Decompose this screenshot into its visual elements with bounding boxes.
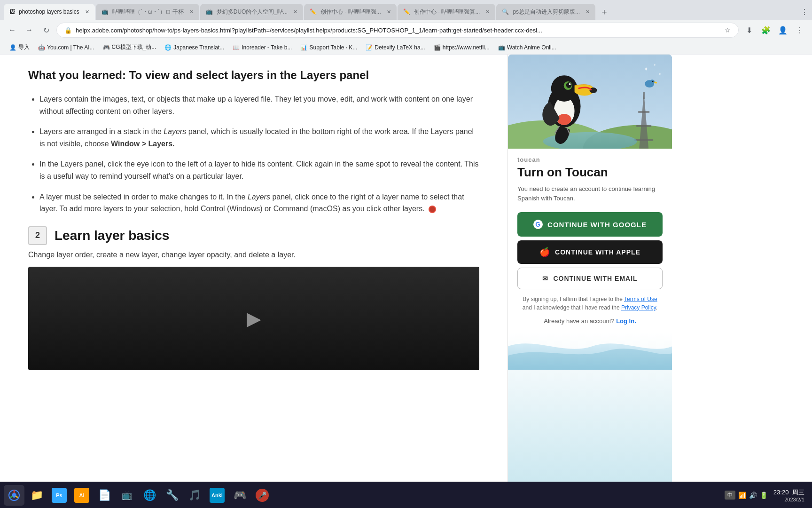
svg-text:✦: ✦ bbox=[658, 71, 662, 77]
bullet-3-text: In the Layers panel, click the eye icon … bbox=[39, 160, 478, 180]
battery-icon[interactable]: 🔋 bbox=[760, 492, 768, 499]
bookmark-inoreader[interactable]: 📖 Inoreader - Take b... bbox=[229, 43, 296, 52]
bookmark-cgmodel[interactable]: 🎮 CG模型下载_动... bbox=[99, 42, 160, 52]
tab-close-btn[interactable]: ✕ bbox=[85, 9, 89, 15]
taskbar-chrome-icon[interactable] bbox=[4, 485, 24, 506]
input-method-icon[interactable]: 中 bbox=[725, 491, 735, 500]
taskbar-net-icon[interactable]: 🌐 bbox=[139, 485, 160, 506]
toucan-footer-wave bbox=[508, 332, 672, 482]
bullet-1: Layers contain the images, text, or obje… bbox=[39, 93, 479, 117]
menu-icon[interactable]: ⋮ bbox=[793, 24, 806, 37]
tab-ps[interactable]: 🔍 ps总是自动进入剪切蒙版... ✕ bbox=[496, 4, 595, 20]
acknowledge-text: and I acknowledge that I have read the bbox=[523, 304, 620, 311]
profile-icon[interactable]: 👤 bbox=[776, 24, 789, 37]
svg-text:✦: ✦ bbox=[653, 63, 656, 67]
tab-bilibili2[interactable]: 📺 梦幻多DUO的个人空间_哔... ✕ bbox=[200, 4, 303, 20]
toucan-login-text: Already have an account? Log In. bbox=[517, 318, 663, 325]
taskbar: 📁 Ps Ai 📄 📺 🌐 🔧 🎵 Anki 🎮 🎤 中 📶 🔊 🔋 23:20… bbox=[0, 482, 812, 508]
tab-creator1[interactable]: ✏️ 创作中心 - 哔哩哔哩强... ✕ bbox=[304, 4, 397, 20]
taskbar-untitled-icon[interactable]: 📄 bbox=[94, 485, 115, 506]
continue-with-google-button[interactable]: G CONTINUE WITH GOOGLE bbox=[517, 212, 663, 237]
bookmark-detexify[interactable]: 📝 Detexify LaTeX ha... bbox=[362, 43, 429, 52]
btn-google-label: CONTINUE WITH GOOGLE bbox=[547, 221, 647, 229]
tab-favicon: 📺 bbox=[206, 8, 213, 15]
learn-number: 2 bbox=[28, 226, 47, 245]
toucan-title: Turn on Toucan bbox=[517, 165, 663, 180]
learn-section: 2 Learn layer basics Change layer order,… bbox=[28, 226, 479, 370]
tab-label: 梦幻多DUO的个人空间_哔... bbox=[217, 8, 288, 16]
bookmark-label: Japanese Translat... bbox=[173, 44, 224, 51]
taskbar-bilibili-icon[interactable]: 📺 bbox=[117, 485, 137, 506]
tab-bar: 🖼 photoshop layers basics ✕ 📺 哔哩哔哩（`・ω・´… bbox=[0, 0, 812, 20]
volume-icon[interactable]: 🔊 bbox=[749, 492, 757, 499]
taskbar-clock[interactable]: 23:20 周三 2023/2/1 bbox=[770, 488, 808, 502]
svg-point-14 bbox=[566, 82, 572, 88]
bullet-2: Layers are arranged in a stack in the La… bbox=[39, 126, 479, 150]
bookmark-favicon: 📊 bbox=[300, 44, 307, 51]
login-link[interactable]: Log In. bbox=[616, 318, 636, 325]
new-tab-button[interactable]: ＋ bbox=[596, 4, 612, 19]
tab-bar-menu[interactable]: ⋮ bbox=[801, 8, 808, 16]
tab-bilibili1[interactable]: 📺 哔哩哔哩（`・ω・´）ロ 干杯 ✕ bbox=[96, 4, 199, 20]
svg-rect-5 bbox=[636, 125, 651, 127]
bookmark-import[interactable]: 👤 导入 bbox=[6, 42, 33, 52]
taskbar-ps-icon[interactable]: Ps bbox=[49, 485, 70, 506]
tab-close-btn[interactable]: ✕ bbox=[387, 9, 391, 15]
back-button[interactable]: ← bbox=[6, 24, 19, 37]
article-area: What you learned: To view and select lay… bbox=[0, 55, 508, 482]
bookmark-favicon: 🎮 bbox=[103, 44, 110, 51]
tab-close-btn[interactable]: ✕ bbox=[293, 9, 297, 15]
google-g-icon: G bbox=[533, 220, 543, 229]
taskbar-mic-icon[interactable]: 🎤 bbox=[252, 485, 273, 506]
toucan-illustration: ✦ ✦ ✦ bbox=[508, 55, 672, 149]
taskbar-term-icon[interactable]: 🔧 bbox=[162, 485, 182, 506]
bookmark-favicon: 📝 bbox=[366, 44, 373, 51]
reload-button[interactable]: ↻ bbox=[39, 24, 53, 37]
tab-close-btn[interactable]: ✕ bbox=[586, 9, 590, 15]
taskbar-ai-icon[interactable]: Ai bbox=[71, 485, 92, 506]
svg-rect-6 bbox=[634, 139, 653, 141]
tab-favicon: 🔍 bbox=[502, 8, 509, 15]
nav-icons: ⬇ 🧩 👤 ⋮ bbox=[742, 24, 806, 37]
terms-of-use-link[interactable]: Terms of Use bbox=[624, 296, 657, 302]
taskbar-music-icon[interactable]: 🎵 bbox=[184, 485, 205, 506]
bullet-2-text: Layers are arranged in a stack in the La… bbox=[39, 127, 474, 148]
tab-favicon: 📺 bbox=[102, 8, 109, 15]
downloads-icon[interactable]: ⬇ bbox=[742, 24, 756, 37]
tab-active[interactable]: 🖼 photoshop layers basics ✕ bbox=[4, 4, 95, 20]
taskbar-date-display: 2023/2/1 bbox=[773, 497, 804, 502]
tab-close-btn[interactable]: ✕ bbox=[485, 9, 490, 15]
svg-rect-4 bbox=[638, 111, 649, 113]
extensions-icon[interactable]: 🧩 bbox=[759, 24, 773, 37]
bookmark-label: Watch Anime Onli... bbox=[507, 44, 556, 51]
bookmark-japanese[interactable]: 🌐 Japanese Translat... bbox=[161, 43, 228, 52]
continue-with-email-button[interactable]: ✉ CONTINUE WITH EMAIL bbox=[517, 268, 663, 289]
svg-rect-7 bbox=[643, 92, 645, 99]
taskbar-game-icon[interactable]: 🎮 bbox=[229, 485, 250, 506]
bookmark-support[interactable]: 📊 Support Table · K... bbox=[297, 43, 361, 52]
learn-section-header: 2 Learn layer basics bbox=[28, 226, 479, 245]
bullet-1-text: Layers contain the images, text, or obje… bbox=[39, 95, 473, 115]
play-icon: ▶ bbox=[247, 308, 261, 329]
bookmark-star-icon[interactable]: ☆ bbox=[725, 26, 731, 34]
tab-creator2[interactable]: ✏️ 创作中心 - 哔哩哔哩强算... ✕ bbox=[398, 4, 496, 20]
tab-label: photoshop layers basics bbox=[19, 8, 79, 15]
article-heading: What you learned: To view and select lay… bbox=[28, 69, 479, 82]
network-icon[interactable]: 📶 bbox=[738, 492, 746, 499]
nav-bar: ← → ↻ 🔒 helpx.adobe.com/photoshop/how-to… bbox=[0, 20, 812, 40]
taskbar-anki-icon[interactable]: Anki bbox=[207, 485, 227, 506]
toucan-content: toucan Turn on Toucan You need to create… bbox=[508, 149, 672, 332]
privacy-policy-link[interactable]: Privacy Policy bbox=[621, 304, 656, 311]
bookmark-label: Inoreader - Take b... bbox=[242, 44, 292, 51]
bookmark-anime[interactable]: 📺 Watch Anime Onli... bbox=[494, 43, 560, 52]
bookmark-youcom[interactable]: 🤖 You.com | The AI... bbox=[34, 43, 98, 52]
taskbar-files-icon[interactable]: 📁 bbox=[26, 485, 47, 506]
forward-button[interactable]: → bbox=[23, 24, 36, 37]
video-thumbnail[interactable]: ▶ bbox=[28, 267, 479, 370]
continue-with-apple-button[interactable]: 🍎 CONTINUE WITH APPLE bbox=[517, 240, 663, 264]
address-bar[interactable]: 🔒 helpx.adobe.com/photoshop/how-to/ps-la… bbox=[56, 23, 739, 38]
main-content: What you learned: To view and select lay… bbox=[0, 55, 812, 482]
bookmark-netflix[interactable]: 🎬 https://www.netfli... bbox=[430, 43, 493, 52]
tab-close-btn[interactable]: ✕ bbox=[189, 9, 194, 15]
toucan-scene-svg: ✦ ✦ ✦ bbox=[508, 55, 672, 149]
